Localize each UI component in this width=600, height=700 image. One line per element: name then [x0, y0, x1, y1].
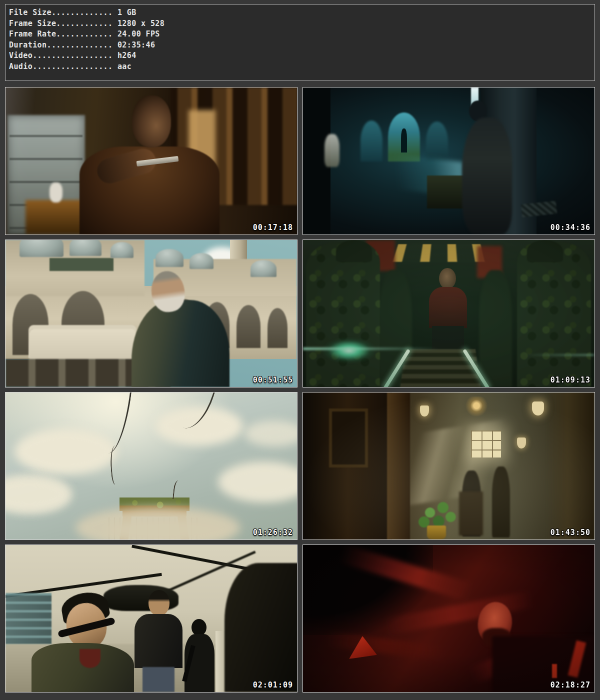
- haze-overlay: [303, 392, 594, 540]
- arch-opening: [268, 308, 288, 348]
- scene-red-lit-man: [303, 545, 594, 692]
- standing-man-jeans: [142, 667, 174, 692]
- screenshot-thumb-1: 00:17:18: [5, 87, 298, 235]
- cloud: [244, 420, 298, 446]
- timestamp-overlay: 00:34:36: [550, 223, 590, 232]
- kneeling-captive: [462, 118, 512, 234]
- info-line-audio-codec: Audio................. aac: [9, 62, 594, 72]
- scene-soldiers-cargo-ramp: [303, 240, 594, 387]
- info-line-duration: Duration.............. 02:35:46: [9, 40, 594, 51]
- white-vase: [324, 134, 340, 167]
- standing-man-jacket: [134, 614, 182, 668]
- cloud: [218, 462, 298, 502]
- scene-dark-room-captive: [303, 88, 594, 234]
- dome: [70, 240, 102, 256]
- maroon-undershirt: [80, 649, 100, 668]
- screenshot-thumb-6: 01:43:50: [302, 392, 595, 540]
- ornate-gate: [30, 329, 136, 360]
- arched-window-left: [360, 120, 382, 162]
- timestamp-overlay: 01:26:32: [253, 528, 293, 537]
- scene-sky-bridge-wires: [6, 392, 297, 540]
- scene-hazy-hallway: [303, 392, 594, 540]
- scene-helipad-captive: [6, 545, 297, 692]
- foreground-shoulder: [224, 563, 298, 692]
- cloud: [5, 476, 70, 512]
- timestamp-overlay: 02:01:09: [253, 680, 293, 690]
- timestamp-overlay: 00:51:55: [253, 376, 293, 384]
- standing-man-head: [148, 590, 170, 616]
- masked-gunman-head: [192, 619, 206, 636]
- man-head: [132, 96, 171, 148]
- timestamp-overlay: 01:43:50: [550, 528, 590, 537]
- info-line-video-codec: Video................. h264: [9, 50, 594, 62]
- dome: [156, 249, 184, 267]
- vignette-overlay: [303, 545, 594, 692]
- green-tint-overlay: [303, 240, 594, 387]
- media-info-contact-sheet: { "info": { "lines": [ {"name": "file-si…: [0, 0, 600, 700]
- screenshot-thumb-3: 00:51:55: [5, 240, 298, 388]
- screenshot-thumb-2: 00:34:36: [302, 87, 595, 235]
- screenshot-thumb-5: 01:26:32: [5, 392, 298, 540]
- screenshot-thumb-7: 02:01:09: [5, 544, 298, 692]
- distant-silhouette: [401, 128, 407, 152]
- dome: [20, 240, 64, 257]
- calligraphy-plaque: [50, 258, 114, 271]
- arch-opening: [236, 305, 260, 348]
- media-info-panel: File Size............. 1 GB Frame Size..…: [5, 4, 595, 81]
- scene-mosque-courtyard: [6, 240, 297, 387]
- screenshot-thumb-4: 01:09:13: [302, 240, 595, 388]
- dome: [190, 253, 214, 269]
- white-jug: [50, 182, 62, 202]
- metal-staircase: [6, 593, 52, 647]
- dust-band: [76, 506, 240, 540]
- dome: [110, 242, 134, 258]
- scene-interior-man-with-knife: [6, 88, 297, 234]
- dome: [250, 260, 276, 277]
- info-line-frame-rate: Frame Rate............ 24.00 FPS: [9, 29, 594, 40]
- timestamp-overlay: 02:18:27: [550, 680, 590, 690]
- info-line-frame-size: Frame Size............ 1280 x 528: [9, 18, 594, 30]
- bent-wire-on-beam: [172, 480, 182, 500]
- timestamp-overlay: 00:17:18: [253, 223, 293, 232]
- info-line-file-size: File Size............. 1 GB: [9, 8, 594, 18]
- crate: [427, 176, 467, 208]
- timestamp-overlay: 01:09:13: [550, 376, 590, 384]
- arched-window-right: [426, 122, 448, 162]
- screenshot-thumb-8: 02:18:27: [302, 544, 595, 692]
